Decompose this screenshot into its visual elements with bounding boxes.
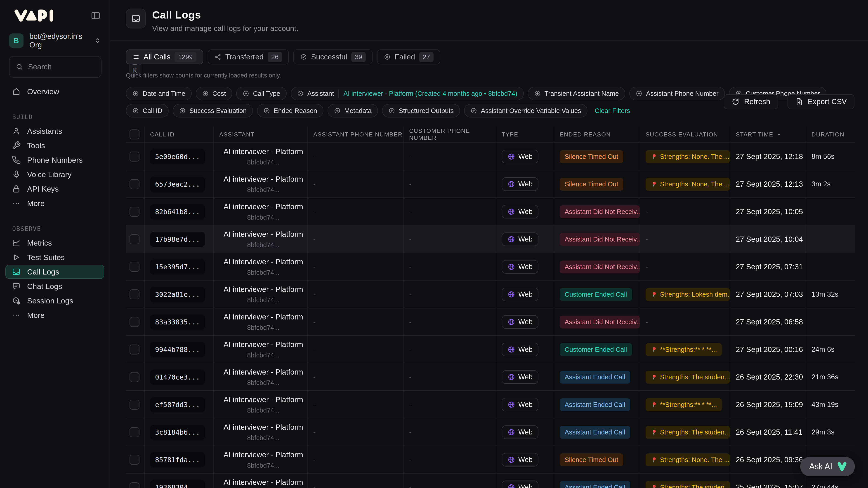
checkbox[interactable]: [129, 262, 140, 272]
success-evaluation-cell: -: [640, 198, 730, 225]
checkbox[interactable]: [129, 345, 140, 355]
start-time-cell: 25 Sept 2025, 15:07: [730, 474, 806, 488]
duration-value: 43m 19s: [811, 400, 838, 409]
ended-reason-badge: Assistant Did Not Receiv...: [560, 205, 640, 218]
table-row[interactable]: ef587dd3...AI interviewer - Platform8bfc…: [126, 390, 855, 418]
checkbox[interactable]: [129, 129, 140, 139]
checkbox[interactable]: [129, 372, 140, 382]
table-row[interactable]: 3c8184b6...AI interviewer - Platform8bfc…: [126, 418, 855, 446]
checkbox[interactable]: [129, 152, 140, 162]
filter-chip-metadata[interactable]: Metadata: [328, 104, 378, 118]
table-row[interactable]: 15e395d7...AI interviewer - Platform8bfc…: [126, 253, 855, 280]
clear-filters-link[interactable]: Clear Filters: [595, 107, 630, 115]
filter-chip-ended-reason[interactable]: Ended Reason: [257, 104, 323, 118]
assistant-name: AI interviewer - Platform: [223, 202, 303, 211]
call-logs-header-icon: [126, 8, 146, 29]
assistant-phone-cell: -: [307, 170, 403, 198]
export-csv-button[interactable]: Export CSV: [787, 94, 855, 109]
checkbox[interactable]: [129, 317, 140, 327]
sidebar-item-session-logs[interactable]: Session Logs: [5, 294, 104, 308]
table-row[interactable]: 17b98e7d...AI interviewer - Platform8bfc…: [126, 225, 855, 253]
sidebar-item-metrics[interactable]: Metrics: [5, 236, 104, 250]
sidebar-item-more[interactable]: More: [5, 308, 104, 322]
filter-chip-structured-outputs[interactable]: Structured Outputs: [382, 104, 460, 118]
tab-successful[interactable]: Successful39: [293, 50, 373, 64]
table-row[interactable]: 5e09e60d...AI interviewer - Platform8bfc…: [126, 142, 855, 170]
checkbox[interactable]: [129, 400, 140, 410]
type-cell: Web: [496, 308, 554, 336]
filter-chip-call-id[interactable]: Call ID: [126, 104, 168, 118]
call-id-pill: 17b98e7d...: [150, 232, 205, 247]
start-time-cell: 27 Sept 2025, 07:31: [730, 253, 806, 281]
sidebar-item-test-suites[interactable]: Test Suites: [5, 250, 104, 264]
type-badge: Web: [502, 425, 538, 439]
filter-chip-transient-assistant-name[interactable]: Transient Assistant Name: [528, 87, 625, 100]
tab-transferred[interactable]: Transferred26: [208, 50, 289, 64]
call-id-pill: 6573eac2...: [150, 177, 205, 192]
checkbox[interactable]: [129, 289, 140, 299]
org-selector[interactable]: B bot@edysor.in's Org: [9, 32, 101, 49]
assistant-name: AI interviewer - Platform: [223, 313, 303, 321]
tab-all-calls[interactable]: All Calls1299: [126, 50, 203, 64]
filter-chip-success-evaluation[interactable]: Success Evaluation: [173, 104, 253, 118]
table-row[interactable]: 9944b788...AI interviewer - Platform8bfc…: [126, 335, 855, 363]
filter-chip-assistant-override-variable-values[interactable]: Assistant Override Variable Values: [464, 104, 587, 118]
start-time-value: 27 Sept 2025, 00:16: [736, 345, 803, 354]
sidebar-item-tools[interactable]: Tools: [5, 138, 104, 153]
tab-failed[interactable]: Failed27: [377, 50, 440, 64]
table-row[interactable]: 82b641b8...AI interviewer - Platform8bfc…: [126, 197, 855, 225]
table-row[interactable]: 85781fda...AI interviewer - Platform8bfc…: [126, 446, 855, 473]
table-row[interactable]: 3022a81e...AI interviewer - Platform8bfc…: [126, 280, 855, 308]
search-box[interactable]: ⌘ K: [9, 56, 101, 78]
sidebar-toggle-icon[interactable]: [91, 11, 101, 21]
assistant-phone-cell: -: [307, 474, 403, 488]
duration-cell: [806, 308, 855, 336]
success-evaluation-cell: -: [640, 225, 730, 253]
sidebar-item-overview[interactable]: Overview: [5, 85, 104, 98]
table-row[interactable]: 01470ce3...AI interviewer - Platform8bfc…: [126, 363, 855, 390]
table-row[interactable]: 83a33835...AI interviewer - Platform8bfc…: [126, 308, 855, 335]
sidebar-item-api-keys[interactable]: API Keys: [5, 182, 104, 196]
ask-ai-button[interactable]: Ask AI: [800, 457, 855, 476]
filter-chip-label: Call ID: [143, 107, 162, 115]
refresh-button[interactable]: Refresh: [724, 94, 778, 109]
success-evaluation-text: Strengths: Lokesh dem...: [660, 291, 730, 298]
success-evaluation-empty: -: [646, 318, 648, 326]
checkbox[interactable]: [129, 482, 140, 488]
filter-chip-cost[interactable]: Cost: [196, 87, 232, 100]
filter-chip-assistant[interactable]: AssistantAI interviewer - Platform (Crea…: [291, 87, 524, 100]
column-header-start-time[interactable]: START TIME: [730, 127, 806, 142]
table-row[interactable]: 19368304...AI interviewer - Platform8bfc…: [126, 473, 855, 488]
sidebar-item-assistants[interactable]: Assistants: [5, 124, 104, 138]
checkbox[interactable]: [129, 179, 140, 189]
list-icon: [133, 54, 140, 60]
sidebar-item-phone-numbers[interactable]: Phone Numbers: [5, 153, 104, 167]
globe-icon: [507, 373, 515, 381]
call-id-cell: 85781fda...: [144, 446, 213, 474]
search-input[interactable]: [28, 63, 124, 71]
type-cell: Web: [496, 281, 554, 308]
column-header-assistant-phone-number: ASSISTANT PHONE NUMBER: [307, 127, 403, 142]
sidebar-item-chat-logs[interactable]: Chat Logs: [5, 279, 104, 293]
column-header-assistant: ASSISTANT: [213, 127, 307, 142]
assistant-phone-value: -: [313, 207, 315, 216]
ended-reason-cell: Assistant Did Not Receiv...: [554, 225, 640, 253]
success-evaluation-text: Strengths: The studen...: [660, 484, 730, 488]
sidebar-item-label: More: [27, 311, 44, 320]
sidebar-item-voice-library[interactable]: Voice Library: [5, 167, 104, 182]
filter-chip-assistant-phone-number[interactable]: Assistant Phone Number: [629, 87, 725, 100]
checkbox[interactable]: [129, 427, 140, 437]
sidebar-item-more[interactable]: More: [5, 196, 104, 210]
sidebar-item-call-logs[interactable]: Call Logs: [5, 265, 104, 279]
filter-chip-date-and-time[interactable]: Date and Time: [126, 87, 192, 100]
type-label: Web: [518, 180, 532, 188]
checkbox[interactable]: [129, 455, 140, 465]
filter-chip-call-type[interactable]: Call Type: [236, 87, 286, 100]
table-row[interactable]: 6573eac2...AI interviewer - Platform8bfc…: [126, 170, 855, 197]
checkbox[interactable]: [129, 207, 140, 217]
quick-filter-tabs: All Calls1299Transferred26Successful39Fa…: [126, 50, 855, 64]
type-label: Web: [518, 318, 532, 326]
table-header-row: CALL IDASSISTANTASSISTANT PHONE NUMBERCU…: [126, 127, 855, 142]
checkbox[interactable]: [129, 234, 140, 244]
plus-circle-icon: [179, 107, 186, 114]
